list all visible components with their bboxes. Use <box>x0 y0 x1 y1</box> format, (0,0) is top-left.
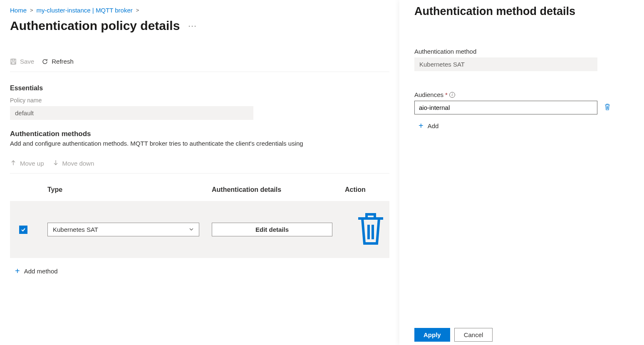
svg-rect-2 <box>12 62 15 64</box>
row-checkbox[interactable] <box>19 226 27 234</box>
panel-method-label: Authentication method <box>414 48 629 55</box>
audiences-label: Audiences <box>414 91 443 98</box>
method-row: Kubernetes SAT Edit details <box>10 201 389 258</box>
svg-rect-1 <box>12 59 15 61</box>
plus-icon: + <box>419 121 424 131</box>
arrow-down-icon <box>52 159 59 167</box>
add-method-label: Add method <box>24 268 58 275</box>
more-actions-icon[interactable]: ··· <box>188 22 197 30</box>
auth-methods-description: Add and configure authentication methods… <box>10 140 389 147</box>
breadcrumb: Home > my-cluster-instance | MQTT broker… <box>10 7 389 14</box>
type-select[interactable]: Kubernetes SAT <box>47 223 199 236</box>
col-action-header: Action <box>345 186 378 194</box>
delete-audience-button[interactable] <box>604 103 611 112</box>
save-label: Save <box>20 58 34 65</box>
refresh-label: Refresh <box>52 58 74 65</box>
page-title: Authentication policy details <box>10 19 180 33</box>
move-up-button[interactable]: Move up <box>10 159 44 167</box>
type-select-value: Kubernetes SAT <box>53 226 98 233</box>
save-button[interactable]: Save <box>10 58 34 65</box>
required-indicator: * <box>445 91 448 98</box>
breadcrumb-home[interactable]: Home <box>10 7 27 14</box>
chevron-right-icon: > <box>136 7 139 13</box>
arrow-up-icon <box>10 159 17 167</box>
details-panel: Authentication method details Authentica… <box>399 0 644 345</box>
panel-method-value: Kubernetes SAT <box>414 57 597 71</box>
chevron-right-icon: > <box>30 7 33 13</box>
move-down-label: Move down <box>62 160 94 167</box>
methods-table-header: Type Authentication details Action <box>10 174 389 201</box>
save-icon <box>10 58 17 65</box>
add-method-button[interactable]: + Add method <box>10 258 389 276</box>
audience-input[interactable] <box>414 101 597 114</box>
auth-methods-title: Authentication methods <box>10 130 389 138</box>
apply-button[interactable]: Apply <box>414 328 450 342</box>
panel-title: Authentication method details <box>414 5 629 18</box>
refresh-button[interactable]: Refresh <box>42 58 74 65</box>
plus-icon: + <box>15 266 20 276</box>
essentials-title: Essentials <box>10 84 389 92</box>
edit-details-button[interactable]: Edit details <box>212 223 332 236</box>
info-icon[interactable]: i <box>449 92 455 98</box>
policy-name-value: default <box>10 106 253 120</box>
refresh-icon <box>42 58 48 65</box>
move-up-label: Move up <box>20 160 44 167</box>
toolbar: Save Refresh <box>10 58 389 72</box>
col-type-header: Type <box>47 186 212 194</box>
policy-name-label: Policy name <box>10 97 389 104</box>
chevron-down-icon <box>189 226 194 233</box>
cancel-button[interactable]: Cancel <box>454 328 493 342</box>
col-details-header: Authentication details <box>212 186 345 194</box>
add-audience-label: Add <box>428 122 439 129</box>
move-down-button[interactable]: Move down <box>52 159 94 167</box>
breadcrumb-cluster[interactable]: my-cluster-instance | MQTT broker <box>37 7 133 14</box>
add-audience-button[interactable]: + Add <box>419 121 629 131</box>
delete-row-button[interactable] <box>354 242 387 249</box>
